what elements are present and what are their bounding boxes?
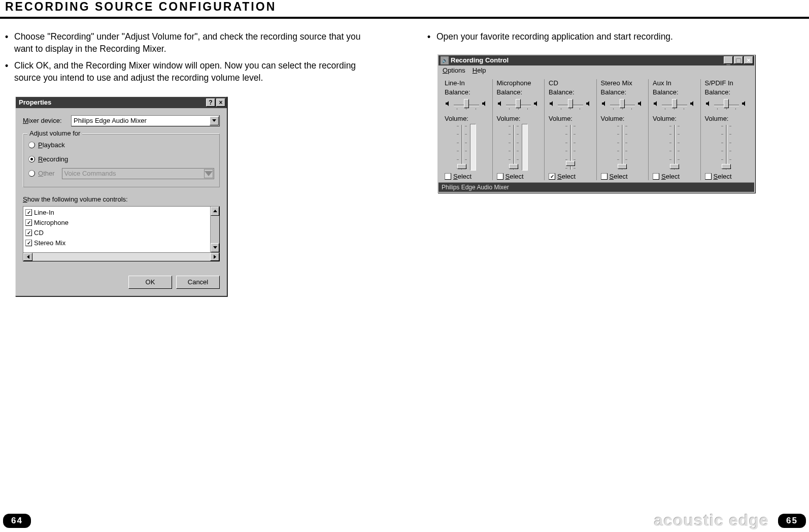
channel-name: Stereo Mix: [601, 79, 645, 88]
balance-slider[interactable]: [497, 97, 541, 110]
recording-control-window: 🔊 Recording Control _ ▢ × Options Help L…: [437, 54, 755, 193]
dropdown-button[interactable]: [210, 116, 219, 125]
cancel-button[interactable]: Cancel: [176, 276, 220, 289]
channel-strip: S/PDIF In Balance: Volume: Selec: [701, 79, 753, 180]
close-button[interactable]: ×: [744, 56, 753, 64]
slider-thumb[interactable]: [670, 164, 679, 169]
volume-slider[interactable]: [601, 124, 645, 171]
window-titlebar[interactable]: 🔊 Recording Control _ ▢ ×: [439, 55, 754, 65]
vertical-scrollbar[interactable]: [210, 207, 219, 252]
slider-thumb[interactable]: [464, 99, 469, 108]
select-checkbox-row[interactable]: ✓ Select: [549, 173, 592, 180]
scroll-right-button[interactable]: [210, 253, 219, 261]
slider-thumb[interactable]: [672, 99, 677, 108]
radio-recording-label: Recording: [38, 155, 68, 163]
mixer-device-select[interactable]: Philips Edge Audio Mixer: [71, 115, 220, 126]
scroll-left-button[interactable]: [23, 253, 32, 261]
radio-icon: [28, 170, 35, 177]
chevron-down-icon: [205, 171, 213, 176]
balance-slider[interactable]: [601, 97, 645, 110]
slider-thumb[interactable]: [620, 99, 625, 108]
channel-name: S/PDIF In: [705, 79, 749, 88]
volume-slider[interactable]: [653, 124, 696, 171]
list-item[interactable]: ✓ CD: [25, 228, 208, 238]
status-bar: Philips Edge Audio Mixer: [439, 182, 754, 192]
slider-thumb[interactable]: [722, 164, 731, 169]
select-checkbox-row[interactable]: Select: [705, 173, 749, 180]
slider-thumb[interactable]: [457, 164, 466, 169]
speaker-right-icon: [637, 100, 644, 107]
balance-slider[interactable]: [653, 97, 696, 110]
mixer-device-value: Philips Edge Audio Mixer: [74, 117, 147, 124]
balance-label: Balance:: [705, 88, 749, 97]
menu-help[interactable]: Help: [473, 66, 486, 74]
balance-slider[interactable]: [705, 97, 749, 110]
select-checkbox-row[interactable]: Select: [445, 173, 488, 180]
select-checkbox-row[interactable]: Select: [497, 173, 541, 180]
volume-slider[interactable]: [445, 124, 488, 171]
menu-options[interactable]: Options: [443, 66, 465, 74]
list-item-label: Line-In: [34, 209, 54, 216]
checkbox-icon[interactable]: ✓: [25, 240, 32, 246]
select-checkbox-row[interactable]: Select: [653, 173, 696, 180]
volume-slider[interactable]: [705, 124, 749, 171]
speaker-left-icon: [497, 100, 504, 107]
slider-thumb[interactable]: [568, 99, 573, 108]
radio-recording-row[interactable]: Recording: [28, 152, 214, 167]
checkbox-icon[interactable]: [653, 173, 659, 180]
horizontal-scrollbar[interactable]: [23, 252, 220, 261]
checkbox-icon[interactable]: [601, 173, 608, 180]
maximize-button: ▢: [734, 56, 743, 64]
speaker-right-icon: [741, 100, 748, 107]
volume-controls-listbox[interactable]: ✓ Line-In ✓ Microphone ✓ CD ✓: [23, 206, 220, 253]
other-select: Voice Commands: [62, 168, 214, 179]
dialog-titlebar[interactable]: Properties ? ×: [16, 97, 227, 108]
chevron-down-icon: [213, 246, 217, 249]
checkbox-icon[interactable]: [445, 173, 451, 180]
scroll-up-button[interactable]: [211, 207, 219, 216]
balance-slider[interactable]: [445, 97, 488, 110]
ok-button[interactable]: OK: [128, 276, 172, 289]
checkbox-icon[interactable]: ✓: [549, 173, 555, 180]
channel-name: CD: [549, 79, 592, 88]
checkbox-icon[interactable]: [705, 173, 712, 180]
list-item[interactable]: ✓ Line-In: [25, 208, 208, 218]
slider-thumb[interactable]: [516, 99, 521, 108]
channel-strip: Aux In Balance: Volume: Select: [649, 79, 701, 180]
checkbox-icon[interactable]: ✓: [25, 219, 32, 226]
scroll-down-button[interactable]: [211, 243, 219, 252]
level-meter: [522, 124, 528, 171]
volume-label: Volume:: [445, 115, 488, 124]
checkbox-icon[interactable]: ✓: [25, 209, 32, 216]
checkbox-icon[interactable]: ✓: [25, 229, 32, 236]
level-meter: [470, 124, 476, 171]
dialog-title: Properties: [19, 98, 51, 106]
list-item[interactable]: ✓ Stereo Mix: [25, 238, 208, 248]
radio-icon[interactable]: [28, 156, 35, 162]
list-item-label: Microphone: [34, 219, 69, 226]
mixer-device-label: Mixer device:: [23, 117, 71, 124]
slider-thumb[interactable]: [509, 164, 518, 169]
radio-playback-row[interactable]: Playback: [28, 138, 214, 152]
select-checkbox-row[interactable]: Select: [601, 173, 645, 180]
minimize-button[interactable]: _: [724, 56, 733, 64]
bullet-text: Choose "Recording" under "Adjust Volume …: [14, 31, 382, 55]
checkbox-icon[interactable]: [497, 173, 503, 180]
help-button[interactable]: ?: [206, 98, 215, 107]
bullet-text: Click OK, and the Recording Mixer window…: [14, 60, 382, 84]
radio-icon[interactable]: [28, 142, 35, 148]
speaker-left-icon: [705, 100, 712, 107]
slider-thumb[interactable]: [724, 99, 729, 108]
balance-label: Balance:: [445, 88, 488, 97]
right-column: • Open your favorite recording applicati…: [427, 31, 804, 296]
balance-slider[interactable]: [549, 97, 592, 110]
volume-slider[interactable]: [549, 124, 592, 171]
channel-name: Microphone: [497, 79, 541, 88]
volume-slider[interactable]: [497, 124, 541, 171]
close-button[interactable]: ×: [216, 98, 225, 107]
speaker-right-icon: [533, 100, 540, 107]
slider-thumb[interactable]: [566, 161, 575, 166]
slider-thumb[interactable]: [618, 164, 627, 169]
list-item[interactable]: ✓ Microphone: [25, 218, 208, 228]
volume-label: Volume:: [549, 115, 592, 124]
